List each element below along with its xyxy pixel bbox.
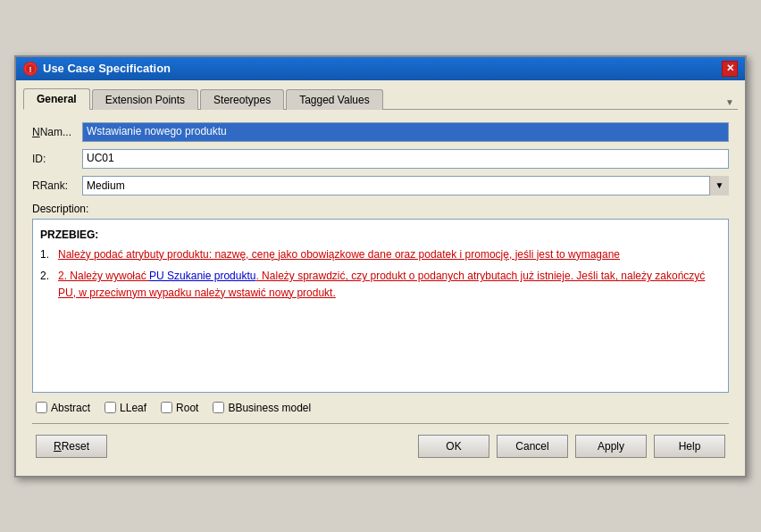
abstract-checkbox[interactable]: [36, 402, 47, 413]
desc-item-1: 1. Należy podać atrybuty produktu: nazwę…: [40, 246, 721, 263]
root-checkbox[interactable]: [161, 402, 172, 413]
desc-content-2: 2. Należy wywołać PU Szukanie produktu. …: [58, 268, 721, 301]
abstract-label: Abstract: [51, 402, 90, 414]
rank-label: RRank:: [32, 179, 82, 192]
dialog-icon: !: [23, 62, 38, 76]
form-area: NNam... Wstawianie nowego produktu ID: U…: [23, 119, 738, 469]
close-button[interactable]: ✕: [722, 61, 738, 77]
rank-display[interactable]: Medium: [82, 176, 729, 195]
divider: [32, 423, 729, 424]
name-row: NNam... Wstawianie nowego produktu: [32, 122, 729, 142]
root-checkbox-item[interactable]: Root: [161, 402, 198, 414]
tab-tagged-values[interactable]: Tagged Values: [286, 89, 383, 110]
desc-num-2: 2.: [40, 268, 58, 301]
leaf-checkbox-item[interactable]: LLeaf: [105, 402, 146, 414]
leaf-checkbox[interactable]: [105, 402, 116, 413]
id-label: ID:: [32, 153, 82, 165]
description-label: Description:: [32, 203, 729, 215]
apply-button[interactable]: Apply: [575, 435, 647, 458]
desc-content-1: Należy podać atrybuty produktu: nazwę, c…: [58, 246, 721, 263]
rank-wrapper: Medium ▼: [82, 176, 729, 195]
name-label: NNam...: [32, 126, 82, 138]
desc-text-1: Należy podać atrybuty produktu: nazwę, c…: [58, 248, 620, 261]
right-buttons: OK Cancel Apply Help: [418, 435, 725, 458]
buttons-row: RReset OK Cancel Apply Help: [32, 429, 729, 461]
leaf-label: LLeaf: [120, 402, 146, 414]
use-case-specification-dialog: ! Use Case Specification ✕ General Exten…: [14, 55, 747, 478]
desc-item-2: 2. 2. Należy wywołać PU Szukanie produkt…: [40, 268, 721, 301]
tabs-row: General Extension Points Stereotypes Tag…: [23, 87, 738, 110]
help-button[interactable]: Help: [654, 435, 725, 458]
business-model-checkbox-item[interactable]: BBusiness model: [213, 402, 311, 414]
reset-button[interactable]: RReset: [36, 435, 107, 458]
tab-extension-points[interactable]: Extension Points: [92, 89, 198, 110]
ok-button[interactable]: OK: [418, 435, 489, 458]
title-bar-left: ! Use Case Specification: [23, 62, 171, 76]
root-label: Root: [176, 402, 198, 414]
svg-text:!: !: [29, 65, 32, 74]
desc-text-2a: 2. Należy wywołać: [58, 270, 149, 282]
tab-general[interactable]: General: [23, 88, 90, 110]
rank-dropdown-arrow[interactable]: ▼: [709, 176, 729, 195]
dialog-title: Use Case Specification: [43, 62, 171, 75]
tab-dropdown-icon[interactable]: ▼: [722, 96, 738, 109]
description-heading: PRZEBIEG:: [40, 227, 721, 243]
checkboxes-row: Abstract LLeaf Root BBusiness model: [32, 402, 729, 414]
rank-row: RRank: Medium ▼: [32, 176, 729, 195]
description-box[interactable]: PRZEBIEG: 1. Należy podać atrybuty produ…: [32, 219, 729, 393]
business-model-checkbox[interactable]: [213, 402, 224, 413]
dialog-body: General Extension Points Stereotypes Tag…: [16, 80, 745, 476]
description-text: 1. Należy podać atrybuty produktu: nazwę…: [40, 246, 721, 302]
business-model-label: BBusiness model: [228, 402, 311, 414]
desc-link: PU Szukanie produktu: [149, 270, 255, 282]
cancel-button[interactable]: Cancel: [497, 435, 568, 458]
tab-stereotypes[interactable]: Stereotypes: [200, 89, 284, 110]
name-input[interactable]: Wstawianie nowego produktu: [82, 122, 729, 142]
id-input[interactable]: UC01: [82, 149, 729, 169]
desc-num-1: 1.: [40, 246, 58, 263]
title-bar: ! Use Case Specification ✕: [16, 57, 745, 80]
id-row: ID: UC01: [32, 149, 729, 169]
abstract-checkbox-item[interactable]: Abstract: [36, 402, 90, 414]
